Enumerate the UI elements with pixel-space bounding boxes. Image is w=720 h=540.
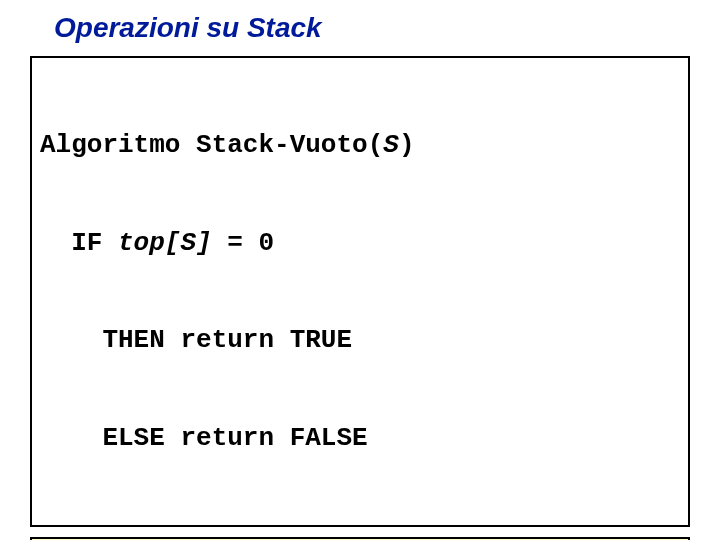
code-line: Algoritmo Stack-Vuoto(S) bbox=[40, 129, 680, 162]
text: Algoritmo bbox=[40, 130, 196, 160]
code-line: THEN return TRUE bbox=[40, 324, 680, 357]
text: ) bbox=[399, 130, 415, 160]
code-line: ELSE return FALSE bbox=[40, 422, 680, 455]
slide-title: Operazioni su Stack bbox=[54, 12, 702, 44]
text-italic: top[S] bbox=[118, 228, 212, 258]
code-line: IF top[S] = 0 bbox=[40, 227, 680, 260]
algo-param: S bbox=[383, 130, 399, 160]
algo-name: Stack-Vuoto( bbox=[196, 130, 383, 160]
slide: Operazioni su Stack Algoritmo Stack-Vuot… bbox=[0, 0, 720, 540]
text: = 0 bbox=[212, 228, 274, 258]
text: IF bbox=[40, 228, 118, 258]
algorithm-stack-empty: Algoritmo Stack-Vuoto(S) IF top[S] = 0 T… bbox=[30, 56, 690, 527]
